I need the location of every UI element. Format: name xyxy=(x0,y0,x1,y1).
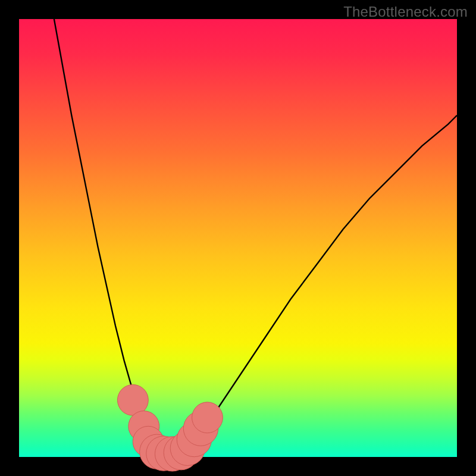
curve-marker xyxy=(192,402,223,433)
bottleneck-curve xyxy=(54,19,457,455)
watermark-text: TheBottleneck.com xyxy=(343,4,468,20)
curve-markers xyxy=(117,384,223,471)
chart-frame: TheBottleneck.com xyxy=(0,0,476,476)
plot-area xyxy=(19,19,457,457)
curve-layer xyxy=(19,19,457,457)
